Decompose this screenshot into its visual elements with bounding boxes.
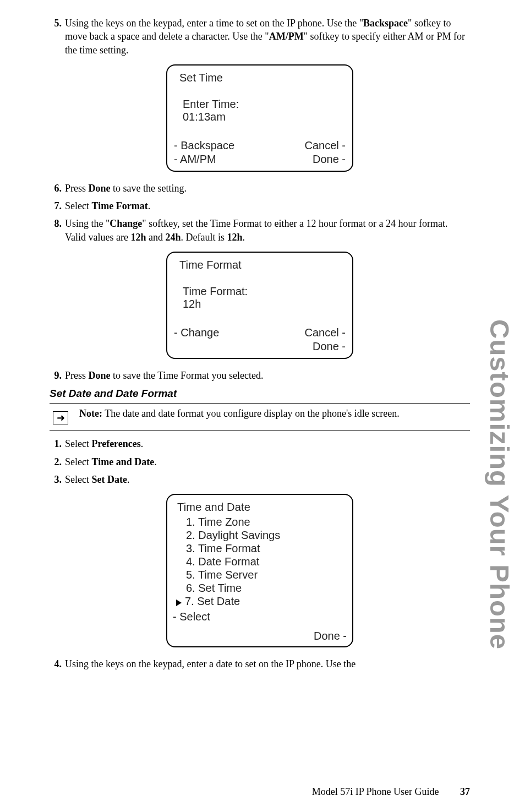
bold-text: Backspace [363,18,408,29]
step-text: Select Set Date. [65,473,470,486]
menu-item[interactable]: 5. Time Server [186,568,347,581]
note-block: ➜ Note: The date and date format you con… [50,403,470,430]
step-number: 4. [50,657,65,671]
phone-screen-time-format: Time Format Time Format: 12h - Change Ca… [166,252,353,359]
footer-title: Model 57i IP Phone User Guide [312,786,439,797]
side-tab: Customizing Your Phone [484,319,515,650]
phone-screen-set-time: Set Time Enter Time: 01:13am - Backspace… [166,64,353,172]
step-number: 3. [50,473,65,486]
step-number: 1. [50,437,65,450]
step-3b: 3. Select Set Date. [50,473,470,486]
text: Select [65,200,91,211]
step-number: 6. [50,182,65,195]
softkey-ampm[interactable]: - AM/PM [174,152,234,166]
step-text: Press Done to save the Time Format you s… [65,369,470,382]
menu-item[interactable]: 4. Date Format [186,555,347,568]
menu-item[interactable]: 2. Daylight Savings [186,528,347,542]
bold-text: 24h [165,232,181,243]
step-1b: 1. Select Preferences. [50,437,470,450]
menu-item[interactable]: 1. Time Zone [186,515,347,528]
step-9: 9. Press Done to save the Time Format yo… [50,369,470,382]
text: Press [65,370,89,381]
text: and [146,232,165,243]
step-8: 8. Using the "Change" softkey, set the T… [50,217,470,244]
text: . Default is [181,232,227,243]
text: Press [65,183,89,194]
text: . [154,456,157,467]
note-label: Note: [79,408,102,419]
screen-value: 12h [183,298,346,310]
step-text: Using the keys on the keypad, enter a ti… [65,17,470,57]
bold-text: Time and Date [91,456,154,467]
text: . [242,232,245,243]
step-6: 6. Press Done to save the setting. [50,182,470,195]
step-text: Press Done to save the setting. [65,182,470,195]
text: Select [65,456,91,467]
phone-screen-time-and-date: Time and Date 1. Time Zone 2. Daylight S… [166,494,353,647]
screen-label: Time Format: [183,285,346,298]
softkey-done[interactable]: Done - [173,629,347,643]
softkey-backspace[interactable]: - Backspace [174,139,234,152]
text: . [148,200,151,211]
menu-item-selected[interactable]: 7. Set Date [176,595,347,608]
screen-title: Time Format [174,258,346,272]
bold-text: 12h [130,232,146,243]
softkey-cancel[interactable]: Cancel - [305,139,346,152]
step-number: 9. [50,369,65,382]
text: Using the keys on the keypad, enter a ti… [65,18,363,29]
arrow-right-icon: ➜ [57,412,65,424]
note-icon: ➜ [50,407,72,424]
step-5: 5. Using the keys on the keypad, enter a… [50,17,470,57]
step-text: Select Preferences. [65,437,470,450]
step-number: 5. [50,17,65,57]
screen-value: 01:13am [183,111,346,123]
step-2b: 2. Select Time and Date. [50,455,470,468]
section-heading: Set Date and Date Format [50,388,470,400]
menu-item[interactable]: 3. Time Format [186,542,347,555]
step-text: Using the "Change" softkey, set the Time… [65,217,470,244]
note-body: The date and date format you configure d… [102,408,400,419]
selection-arrow-icon [176,595,185,608]
text: Select [65,474,91,485]
bold-text: Preferences [91,438,140,449]
softkey-cancel[interactable]: Cancel - [305,326,346,340]
bold-text: AM/PM [269,31,304,42]
step-text: Using the keys on the keypad, enter a da… [65,657,470,671]
step-4b: 4. Using the keys on the keypad, enter a… [50,657,470,671]
step-number: 8. [50,217,65,244]
page-number: 37 [460,786,470,797]
screen-title: Set Time [174,71,346,85]
step-text: Select Time and Date. [65,455,470,468]
step-number: 2. [50,455,65,468]
bold-text: Time Format [91,200,147,211]
text: . [127,474,130,485]
text: to save the Time Format you selected. [111,370,264,381]
note-text: Note: The date and date format you confi… [72,407,470,424]
svg-marker-0 [176,600,182,606]
step-number: 7. [50,199,65,212]
softkey-done[interactable]: Done - [305,152,346,166]
step-text: Select Time Format. [65,199,470,212]
softkey-change[interactable]: - Change [174,326,219,340]
bold-text: Change [110,218,142,229]
menu-item[interactable]: 6. Set Time [186,581,347,595]
page-footer: Model 57i IP Phone User Guide 37 [312,786,470,798]
bold-text: Done [89,370,111,381]
step-7: 7. Select Time Format. [50,199,470,212]
text: Using the " [65,218,110,229]
screen-label: Enter Time: [183,98,346,111]
text: . [141,438,144,449]
softkey-done[interactable]: Done - [305,340,346,353]
bold-text: Done [89,183,111,194]
text: Select [65,438,91,449]
text: to save the setting. [111,183,187,194]
menu-item-label: 7. Set Date [185,595,240,607]
softkey-select[interactable]: - Select [173,610,347,624]
screen-title: Time and Date [173,500,347,514]
bold-text: Set Date [91,474,127,485]
bold-text: 12h [227,232,242,243]
